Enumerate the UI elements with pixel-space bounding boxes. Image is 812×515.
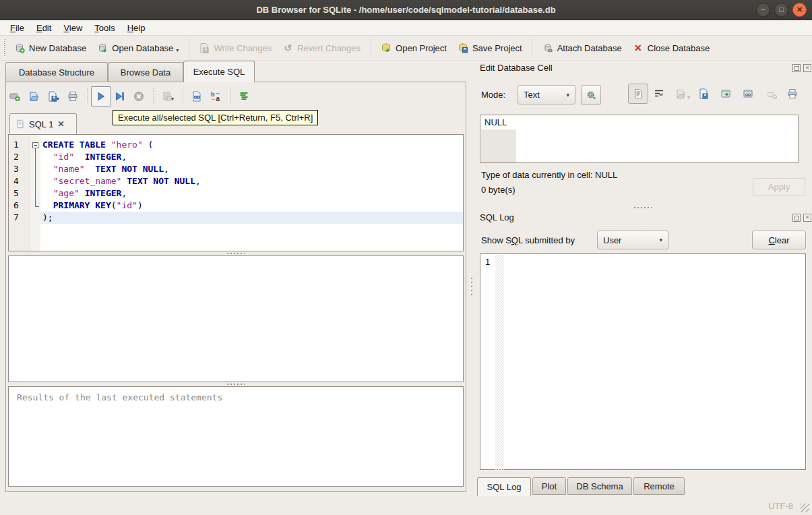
sql-editor[interactable]: 1234567 CREATE TABLE "hero" ( "id" INTEG…: [8, 134, 464, 251]
dock-tab-db-schema[interactable]: DB Schema: [567, 477, 632, 495]
menu-tools[interactable]: Tools: [88, 22, 121, 34]
code-line: CREATE TABLE "hero" (: [40, 139, 463, 151]
tab-execute-sql[interactable]: Execute SQL: [183, 61, 255, 82]
fold-collapse-icon[interactable]: [32, 142, 38, 148]
mode-combobox[interactable]: Text ▾: [518, 85, 575, 104]
open-database-button[interactable]: Open Database ▾: [92, 39, 184, 57]
menu-view[interactable]: View: [57, 22, 88, 34]
fold-guide-line: [35, 148, 36, 206]
resize-grip[interactable]: [801, 504, 809, 512]
save-project-label: Save Project: [472, 43, 522, 53]
code-line: PRIMARY KEY("id"): [40, 200, 463, 212]
sql-tab-1-label: SQL 1: [29, 119, 53, 129]
menu-bar: File Edit View Tools Help: [0, 20, 812, 36]
edit-cell-dock-buttons: ✕: [792, 64, 811, 72]
revert-changes-label: Revert Changes: [297, 43, 361, 53]
print-icon: [787, 88, 798, 99]
project-save-icon: [458, 42, 468, 53]
execute-all-icon: [96, 91, 106, 102]
new-database-button[interactable]: New Database: [9, 39, 92, 57]
write-changes-label: Write Changes: [214, 43, 272, 53]
print-cell-button[interactable]: [787, 88, 798, 99]
dock-float-icon[interactable]: [792, 64, 801, 72]
toolbar-drag-handle[interactable]: [3, 39, 6, 57]
minimize-button[interactable]: −: [756, 3, 770, 17]
print-sql-button[interactable]: [67, 91, 78, 102]
dock-tab-remote[interactable]: Remote: [633, 477, 685, 495]
save-project-button[interactable]: Save Project: [452, 39, 528, 57]
dock-close-icon[interactable]: ✕: [803, 214, 811, 222]
save-sql-dropdown-icon[interactable]: ▾: [57, 96, 59, 102]
sql-tab-close-icon[interactable]: ✕: [57, 119, 64, 129]
format-sql-button[interactable]: [239, 91, 249, 102]
word-wrap-button[interactable]: [654, 88, 664, 99]
editor-code-lines[interactable]: CREATE TABLE "hero" ( "id" INTEGER, "nam…: [40, 135, 463, 251]
cell-value-editor[interactable]: NULL: [480, 115, 799, 163]
copy-link-button[interactable]: [743, 88, 753, 99]
open-sql-file-button[interactable]: [28, 91, 39, 102]
close-button[interactable]: ✕: [792, 3, 807, 17]
dock-splitter[interactable]: [480, 206, 806, 210]
menu-file[interactable]: File: [4, 22, 30, 34]
dock-tab-remote-label: Remote: [644, 481, 675, 491]
line-number: 5: [9, 187, 30, 200]
find-button[interactable]: [191, 91, 202, 102]
format-sql-icon: [239, 91, 249, 102]
project-open-icon: [381, 42, 392, 53]
text-mode-button[interactable]: [628, 84, 648, 104]
tab-browse-data[interactable]: Browse Data: [108, 62, 183, 82]
revert-changes-button: ↺ Revert Changes: [277, 39, 366, 57]
dock-tab-sql-log[interactable]: SQL Log: [477, 477, 531, 496]
dock-float-icon[interactable]: [792, 214, 801, 222]
execute-line-button[interactable]: [115, 91, 125, 102]
line-number: 6: [9, 200, 30, 212]
find-replace-button[interactable]: ba: [210, 91, 221, 102]
results-grid-pane[interactable]: [8, 255, 464, 382]
dock-tab-plot[interactable]: Plot: [532, 477, 566, 495]
dock-tab-db-schema-label: DB Schema: [576, 481, 623, 491]
tab-database-structure[interactable]: Database Structure: [5, 62, 108, 82]
line-number: 3: [9, 163, 30, 175]
splitter-handle-icon: [634, 207, 652, 209]
execute-all-button[interactable]: [91, 86, 111, 107]
title-bar[interactable]: DB Browser for SQLite - /home/user/code/…: [0, 0, 812, 20]
cell-type-info: Type of data currently in cell: NULL: [481, 170, 617, 180]
auto-apply-button[interactable]: [581, 85, 601, 105]
dock-close-icon[interactable]: ✕: [803, 64, 811, 72]
toolbar-separator: [532, 39, 533, 57]
clear-log-button[interactable]: Clear: [752, 231, 806, 249]
menu-help[interactable]: Help: [121, 22, 152, 34]
tab-execute-sql-label: Execute SQL: [193, 67, 245, 77]
import-cell-data-button: ▾: [675, 88, 686, 99]
main-toolbar: New Database Open Database ▾ Write Chang…: [0, 36, 812, 61]
open-project-button[interactable]: Open Project: [375, 39, 452, 57]
sql-log-area[interactable]: 1: [480, 253, 806, 470]
export-cell-data-button[interactable]: [698, 88, 709, 99]
word-wrap-icon: [654, 88, 664, 99]
close-database-label: Close Database: [648, 43, 710, 53]
gear-icon: [586, 90, 596, 100]
sql-log-filter-combobox[interactable]: User ▾: [597, 231, 668, 249]
new-sql-tab-button[interactable]: [9, 91, 20, 102]
splitter-handle-icon: [227, 253, 245, 255]
close-database-button[interactable]: ✕ Close Database: [627, 39, 716, 57]
set-null-button: [767, 90, 778, 100]
sql-tab-1[interactable]: SQL 1 ✕: [9, 113, 77, 134]
attach-database-button[interactable]: Attach Database: [537, 39, 627, 57]
open-in-external-button[interactable]: [720, 88, 731, 99]
toolbar-separator: [188, 39, 189, 57]
log-line-number: 1: [485, 257, 490, 267]
print-icon: [67, 91, 78, 102]
editor-fold-margin[interactable]: [30, 135, 40, 251]
message-pane[interactable]: Results of the last executed statements: [8, 386, 464, 487]
sql-document-icon: [15, 119, 25, 129]
save-sql-file-button[interactable]: ▾: [47, 91, 59, 102]
main-vertical-splitter[interactable]: [469, 276, 474, 299]
maximize-button[interactable]: □: [774, 3, 788, 17]
new-database-label: New Database: [29, 43, 86, 53]
menu-edit[interactable]: Edit: [30, 22, 57, 34]
line-number: 1: [9, 139, 30, 151]
svg-text:a: a: [216, 95, 220, 102]
open-database-dropdown-icon[interactable]: ▾: [176, 47, 179, 53]
write-changes-button: Write Changes: [193, 39, 277, 57]
